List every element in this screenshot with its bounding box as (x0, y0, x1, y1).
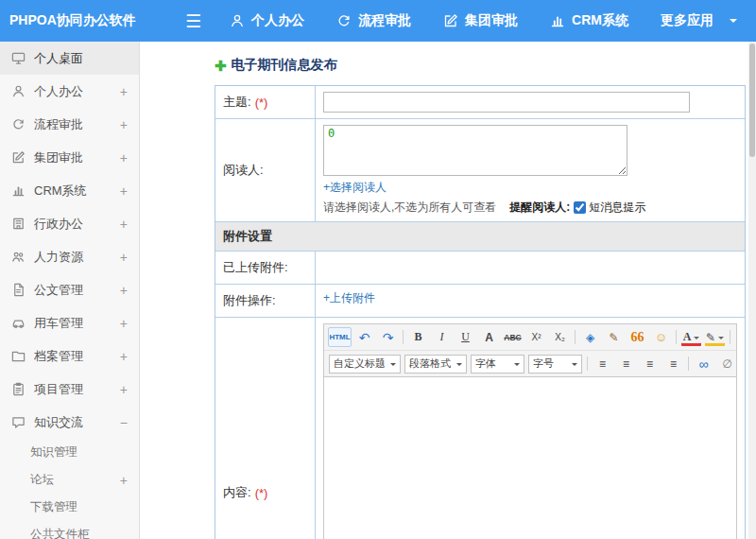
menu-toggle-icon[interactable]: ☰ (185, 12, 201, 30)
sidebar-subitem-label: 公共文件柜 (30, 527, 122, 539)
chevron-down-icon (514, 363, 520, 369)
expand-toggle[interactable]: + (114, 217, 128, 232)
select-readers-link[interactable]: +选择阅读人 (323, 180, 387, 196)
remind-readers-label: 提醒阅读人: (509, 200, 570, 216)
topnav-workflow-approval[interactable]: 流程审批 (336, 12, 411, 29)
strikethrough-button[interactable]: ABC (502, 327, 524, 347)
sidebar-item-admin-office[interactable]: 行政办公 + (0, 207, 139, 240)
blockquote-button[interactable]: 66 (627, 327, 648, 347)
sidebar-subitem-public-file-cabinet[interactable]: 公共文件柜 (0, 521, 139, 539)
align-left-button[interactable]: ≡ (592, 354, 613, 374)
sidebar-item-crm[interactable]: CRM系统 + (0, 174, 139, 207)
topnav-crm[interactable]: CRM系统 (550, 12, 628, 29)
sidebar-subitem-download-mgmt[interactable]: 下载管理 (0, 494, 139, 521)
upload-attachment-link[interactable]: +上传附件 (323, 290, 375, 306)
uploaded-attachments-row: 已上传附件: (215, 252, 745, 285)
content-editor-canvas[interactable] (324, 377, 736, 539)
sms-checkbox[interactable] (574, 201, 586, 214)
font-size-select[interactable]: 字号 (528, 355, 582, 374)
sms-option[interactable]: 短消息提示 (574, 200, 645, 216)
topnav-more-apps[interactable]: 更多应用 (661, 12, 737, 29)
sidebar-item-label: 流程审批 (34, 116, 114, 133)
expand-toggle[interactable]: + (114, 349, 128, 364)
sidebar-subitem-forum[interactable]: 论坛 + (0, 466, 139, 494)
paragraph-format-select[interactable]: 段落格式 (404, 355, 467, 374)
highlight-color-button[interactable]: ✎ (704, 327, 726, 347)
expand-toggle[interactable]: + (114, 316, 128, 331)
unlink-button[interactable]: ∅ (716, 354, 736, 374)
nav-label: 集团审批 (465, 12, 518, 29)
select-value: 字号 (533, 356, 554, 371)
sidebar-item-label: 公文管理 (34, 282, 114, 299)
expand-toggle[interactable]: + (114, 250, 128, 265)
collapse-toggle[interactable]: − (114, 415, 128, 430)
font-color-button[interactable]: A (680, 327, 702, 347)
content-value-cell: HTML ↶ ↷ B I U A ABC X² X₂ ◈ ✎ (316, 318, 745, 539)
nav-label: CRM系统 (572, 12, 628, 29)
align-justify-button[interactable]: ≡ (662, 354, 684, 374)
align-center-button[interactable]: ≡ (615, 354, 637, 374)
uploaded-attachments-area (316, 252, 745, 284)
eraser-button[interactable]: ◈ (579, 327, 601, 347)
editor-toolbar-row-2: 自定义标题 段落格式 字体 字号 (324, 351, 736, 377)
user-icon (11, 84, 26, 98)
bold-button[interactable]: B (407, 327, 429, 347)
format-painter-button[interactable]: ✎ (603, 327, 625, 347)
superscript-button[interactable]: X² (525, 327, 547, 347)
expand-toggle[interactable]: + (114, 283, 128, 298)
sidebar-item-vehicle-mgmt[interactable]: 用车管理 + (0, 306, 139, 339)
undo-button[interactable]: ↶ (353, 327, 375, 347)
sidebar-item-personal-office[interactable]: 个人办公 + (0, 75, 139, 108)
toolbar-separator (587, 356, 588, 371)
readers-row: 阅读人: 0 +选择阅读人 请选择阅读人,不选为所有人可查看 提醒阅读人: 短消… (215, 119, 745, 222)
expand-toggle[interactable]: + (114, 382, 128, 397)
attachment-section-title: 附件设置 (223, 228, 272, 245)
heading-style-select[interactable]: 自定义标题 (329, 355, 401, 374)
sidebar-item-workflow-approval[interactable]: 流程审批 + (0, 108, 139, 141)
subject-label-cell: 主题: (*) (215, 86, 316, 118)
expand-toggle[interactable]: + (114, 117, 128, 132)
expand-toggle[interactable]: + (114, 84, 128, 99)
expand-toggle[interactable]: + (114, 150, 128, 165)
redo-button[interactable]: ↷ (377, 327, 399, 347)
top-navigation: 个人办公 流程审批 集团审批 CRM系统 更多应用 (230, 12, 737, 29)
sidebar-item-knowledge-exchange[interactable]: 知识交流 − (0, 406, 139, 439)
topnav-group-approval[interactable]: 集团审批 (443, 12, 518, 29)
select-value: 字体 (475, 356, 496, 371)
sidebar-item-label: 个人桌面 (34, 50, 122, 67)
sidebar-item-document-mgmt[interactable]: 公文管理 + (0, 273, 139, 306)
subject-row: 主题: (*) (215, 86, 745, 119)
chevron-down-icon (456, 363, 462, 369)
readers-textarea[interactable]: 0 (323, 125, 627, 176)
sidebar-item-archive-mgmt[interactable]: 档案管理 + (0, 339, 139, 373)
sidebar-item-hr[interactable]: 人力资源 + (0, 240, 139, 273)
link-button[interactable]: ∞ (693, 354, 714, 374)
nav-label: 流程审批 (358, 12, 411, 29)
font-style-button[interactable]: A (478, 327, 500, 347)
expand-toggle[interactable]: + (114, 183, 128, 199)
subscript-button[interactable]: X₂ (549, 327, 571, 347)
vertical-scrollbar-track[interactable] (748, 42, 756, 539)
attachment-ops-label-cell: 附件操作: (215, 285, 316, 317)
emoticon-button[interactable]: ☺ (650, 327, 672, 347)
attachment-section-header: 附件设置 (215, 222, 745, 252)
font-family-select[interactable]: 字体 (471, 355, 524, 374)
topnav-personal-office[interactable]: 个人办公 (230, 12, 304, 29)
expand-toggle[interactable]: + (114, 473, 128, 488)
subject-input[interactable] (323, 92, 690, 113)
italic-button[interactable]: I (431, 327, 453, 347)
sidebar-item-personal-desktop[interactable]: 个人桌面 (0, 42, 139, 75)
sidebar-item-group-approval[interactable]: 集团审批 + (0, 141, 139, 174)
car-icon (11, 316, 26, 330)
page-title-text: 电子期刊信息发布 (232, 57, 337, 74)
sidebar-item-project-mgmt[interactable]: 项目管理 + (0, 373, 139, 406)
edit-icon (11, 150, 26, 165)
html-source-button[interactable]: HTML (328, 327, 352, 347)
bullet-list-button[interactable]: ≔ (734, 327, 736, 347)
sidebar-item-label: 个人办公 (34, 83, 114, 100)
sidebar-subitem-knowledge-mgmt[interactable]: 知识管理 (0, 439, 139, 466)
align-right-button[interactable]: ≡ (639, 354, 661, 374)
vertical-scrollbar-thumb[interactable] (749, 43, 755, 157)
underline-button[interactable]: U (455, 327, 476, 347)
sidebar-item-label: 行政办公 (34, 216, 114, 233)
